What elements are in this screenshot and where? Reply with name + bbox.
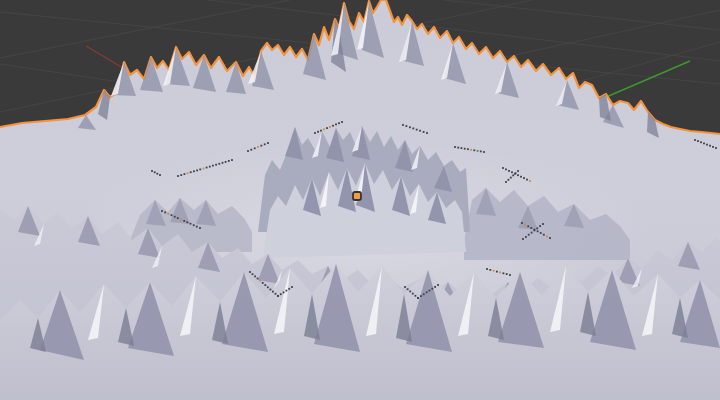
object-origin-marker[interactable] (353, 192, 361, 200)
viewport-3d[interactable] (0, 0, 720, 400)
origin-dot[interactable] (353, 192, 361, 200)
viewport-canvas[interactable] (0, 0, 720, 400)
